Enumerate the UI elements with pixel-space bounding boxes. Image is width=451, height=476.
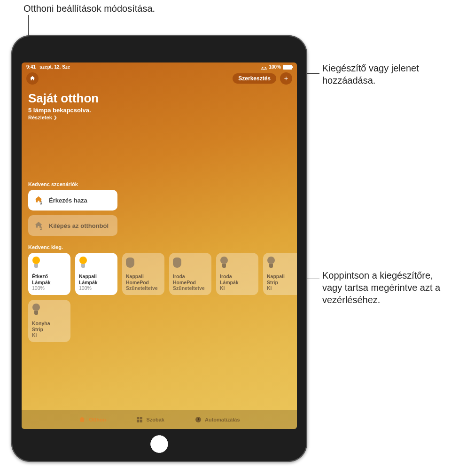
svg-rect-5	[140, 420, 142, 422]
accessory-name: Lámpák	[220, 280, 255, 286]
home-header: Saját otthon 5 lámpa bekapcsolva. Részle…	[22, 85, 297, 120]
bulb-icon	[32, 304, 42, 317]
accessory-room: Nappali	[267, 273, 297, 280]
section-scenes-label: Kedvenc szcenáriók	[28, 181, 290, 187]
svg-rect-4	[137, 420, 139, 422]
accessory-room: Iroda	[173, 273, 208, 280]
accessory-tile[interactable]: Iroda Lámpák Ki	[216, 253, 258, 295]
accessory-room: Nappali	[126, 273, 161, 280]
accessory-grid: Étkező Lámpák 100% Nappali Lámpák 100% N…	[22, 253, 297, 342]
page-title: Saját otthon	[28, 91, 290, 106]
accessory-room: Nappali	[79, 273, 114, 280]
ipad-device: 9:41 szept. 12. Sze 100% Szerkesztés ＋	[11, 35, 307, 462]
accessory-room: Iroda	[220, 273, 255, 280]
accessory-tile[interactable]: Nappali Lámpák 100%	[75, 253, 117, 295]
accessory-status: Ki	[267, 285, 297, 291]
home-app-screen: 9:41 szept. 12. Sze 100% Szerkesztés ＋	[22, 62, 297, 429]
details-label: Részletek	[28, 115, 52, 120]
accessory-status: 100%	[79, 285, 114, 291]
accessory-name: HomePod	[173, 280, 208, 286]
tab-label: Automatizálás	[205, 417, 240, 422]
chevron-right-icon: ❯	[54, 115, 57, 120]
accessory-name: HomePod	[126, 280, 161, 286]
bulb-icon	[32, 257, 42, 270]
accessory-tile[interactable]: Nappali HomePod Szüneteltetve	[122, 253, 164, 295]
ipad-home-button[interactable]	[149, 434, 170, 454]
status-date: szept. 12. Sze	[39, 64, 70, 70]
rooms-icon	[136, 416, 143, 423]
scene-label: Kilépés az otthonból	[49, 222, 109, 229]
plus-icon: ＋	[283, 74, 289, 83]
scene-label: Érkezés haza	[49, 197, 87, 204]
accessory-status: Szüneteltetve	[126, 285, 161, 291]
tab-label: Szobák	[146, 417, 164, 422]
accessory-room: Konyha	[32, 320, 67, 327]
details-link[interactable]: Részletek ❯	[28, 115, 290, 120]
homepod-icon	[126, 257, 136, 270]
accessory-tile[interactable]: Nappali Strip Ki	[263, 253, 297, 295]
accessory-status: 100%	[32, 285, 67, 291]
section-accessories-label: Kedvenc kieg.	[28, 244, 290, 250]
edit-button[interactable]: Szerkesztés	[233, 73, 276, 84]
battery-percent: 100%	[269, 64, 281, 70]
scene-leave-home[interactable]: Kilépés az otthonból	[28, 215, 117, 236]
home-settings-button[interactable]	[26, 72, 39, 85]
top-nav: Szerkesztés ＋	[22, 70, 297, 85]
house-icon	[78, 416, 86, 423]
svg-rect-2	[137, 417, 139, 419]
tab-rooms[interactable]: Szobák	[136, 416, 164, 423]
accessory-status: Szüneteltetve	[173, 285, 208, 291]
svg-point-1	[40, 226, 41, 227]
add-button[interactable]: ＋	[280, 72, 292, 85]
house-person-icon	[34, 220, 44, 231]
accessory-status: Ki	[32, 332, 67, 338]
status-right: 100%	[261, 64, 292, 70]
house-person-icon	[34, 195, 44, 205]
page-subtitle: 5 lámpa bekapcsolva.	[28, 107, 290, 114]
callout-accessory: Koppintson a kiegészítőre, vagy tartsa m…	[322, 269, 444, 306]
tab-bar: Otthon Szobák Automatizálás	[22, 410, 297, 429]
battery-icon	[283, 65, 292, 70]
tab-home[interactable]: Otthon	[78, 416, 106, 423]
bulb-icon	[267, 257, 277, 270]
scene-list: Érkezés haza Kilépés az otthonból	[22, 190, 297, 236]
accessory-name: Lámpák	[32, 280, 67, 286]
clock-icon	[194, 416, 202, 423]
svg-point-0	[40, 201, 41, 202]
accessory-name: Lámpák	[79, 280, 114, 286]
svg-rect-3	[140, 417, 142, 419]
callout-home-settings: Otthoni beállítások módosítása.	[23, 2, 155, 15]
accessory-tile[interactable]: Iroda HomePod Szüneteltetve	[169, 253, 211, 295]
tab-label: Otthon	[89, 417, 106, 422]
accessory-name: Strip	[267, 280, 297, 286]
accessory-tile[interactable]: Konyha Strip Ki	[28, 300, 70, 342]
status-left: 9:41 szept. 12. Sze	[26, 64, 70, 70]
bulb-icon	[79, 257, 89, 270]
bulb-icon	[220, 257, 230, 270]
accessory-tile[interactable]: Étkező Lámpák 100%	[28, 253, 70, 295]
accessory-status: Ki	[220, 285, 255, 291]
tab-automation[interactable]: Automatizálás	[194, 416, 240, 423]
scene-arrive-home[interactable]: Érkezés haza	[28, 190, 117, 211]
callout-add: Kiegészítő vagy jelenet hozzáadása.	[322, 62, 444, 86]
status-time: 9:41	[26, 64, 36, 70]
accessory-room: Étkező	[32, 273, 67, 280]
house-icon	[29, 75, 36, 82]
status-bar: 9:41 szept. 12. Sze 100%	[22, 62, 297, 70]
wifi-icon	[261, 65, 267, 70]
accessory-name: Strip	[32, 327, 67, 333]
homepod-icon	[173, 257, 183, 270]
